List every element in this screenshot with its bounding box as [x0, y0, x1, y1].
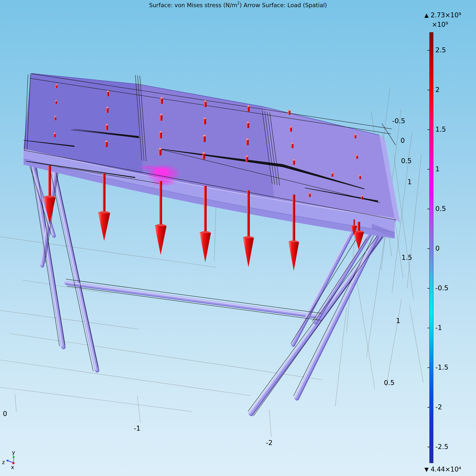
load-arrow-shaft	[293, 195, 295, 244]
axis-tick-label: 0.5	[401, 157, 412, 165]
grid-line	[394, 154, 414, 299]
colorbar-tick-label: -1.5	[435, 363, 448, 371]
x-axis-label: x	[11, 464, 14, 470]
colorbar-tick-label: 0.5	[435, 205, 446, 212]
colorbar-tick-label: 2	[435, 86, 440, 93]
surface-load-marker	[160, 98, 163, 104]
max-marker-icon: ▲	[424, 12, 429, 18]
colorbar-min-readout: ▼ 4.44×10⁴	[424, 466, 461, 473]
axis-tick-label: 1	[396, 317, 400, 325]
surface-load-marker-top	[293, 159, 295, 161]
colorbar-tick-label: -0.5	[435, 284, 448, 292]
surface-load-marker	[246, 156, 248, 162]
colorbar-min-value: 4.44×10⁴	[431, 466, 461, 473]
surface-load-marker-top	[354, 134, 356, 135]
leg-tube-highlight	[296, 214, 386, 397]
surface-load-marker-top	[204, 118, 206, 119]
colorbar-tick	[427, 367, 430, 368]
colorbar-tick	[427, 90, 430, 90]
wireframe-line	[248, 233, 379, 412]
z-axis-arrowhead	[6, 460, 9, 462]
surface-load-marker-top	[106, 124, 108, 125]
wireframe-line	[253, 236, 383, 416]
colorbar-tick	[427, 447, 430, 447]
surface-load-marker-top	[54, 133, 56, 134]
comsol-graphics-canvas[interactable]: Surface: von Mises stress (N/m2) Arrow S…	[0, 0, 476, 476]
load-arrow-cone	[243, 238, 254, 267]
surface-load-marker-top	[359, 175, 361, 176]
colorbar-tick	[427, 209, 430, 209]
axis-tick-label: -2	[266, 439, 273, 446]
axis-tick-label: 1.5	[402, 254, 412, 261]
surface-load-marker-top	[107, 90, 109, 92]
surface-load-marker-top	[159, 131, 162, 133]
surface-load-marker-top	[56, 84, 58, 86]
wireframe-line	[67, 286, 321, 320]
plot-3d-scene[interactable]	[0, 0, 476, 476]
axis-tick-label: 1	[407, 178, 412, 186]
y-axis-arrowhead	[12, 455, 15, 458]
surface-load-marker-top	[160, 97, 163, 99]
leg-tube-highlight	[50, 159, 96, 369]
stress-hotspot-skirt	[150, 178, 177, 186]
axis-tick-label: 0	[400, 137, 405, 144]
colorbar-tick-label: 1.5	[435, 125, 446, 133]
colorbar-max-readout: ▲ 2.73×10⁹	[424, 11, 461, 19]
colorbar-tick-label: -2.5	[435, 443, 448, 450]
colorbar-tick-label: -1	[435, 324, 442, 331]
load-arrow-cone	[98, 213, 110, 241]
surface-load-marker-top	[247, 105, 250, 107]
surface-load-marker-top	[246, 155, 248, 157]
colorbar-tick	[427, 288, 430, 289]
colorbar-tick-label: 2.5	[435, 46, 446, 54]
colorbar	[429, 32, 433, 463]
load-arrow-shaft	[103, 174, 106, 215]
load-arrow-cone	[289, 242, 299, 271]
colorbar-scale-label: ×10⁹	[432, 21, 448, 28]
grid-line	[269, 409, 271, 437]
surface-load-marker	[106, 125, 108, 130]
z-axis-label: z	[2, 459, 5, 465]
load-arrow-shaft	[204, 186, 207, 235]
surface-load-marker	[246, 139, 249, 145]
colorbar-tick	[427, 129, 430, 130]
grid-line	[0, 360, 250, 396]
min-marker-icon: ▼	[424, 466, 429, 473]
axis-tick-label: 0	[3, 410, 7, 417]
plot-title: Surface: von Mises stress (N/m2) Arrow S…	[0, 1, 476, 8]
surface-load-marker	[204, 118, 206, 124]
grid-line	[410, 305, 423, 383]
load-arrow-shaft	[247, 190, 250, 239]
load-arrow-cone	[200, 233, 211, 262]
grid-line	[0, 387, 192, 412]
grid-line	[355, 267, 375, 389]
surface-load-marker	[159, 132, 162, 138]
surface-load-marker-top	[204, 100, 207, 102]
colorbar-tick-label: 0	[435, 244, 440, 252]
wireframe-line	[48, 160, 93, 371]
surface-load-marker	[204, 101, 207, 107]
colorbar-max-value: 2.73×10⁹	[431, 11, 461, 19]
surface-load-marker-top	[356, 154, 358, 156]
z-axis-arrow	[7, 461, 13, 463]
surface-load-marker-top	[159, 148, 162, 149]
load-arrow-shaft	[48, 166, 51, 199]
surface-load-marker-top	[361, 195, 363, 196]
orientation-triad	[0, 446, 35, 476]
axis-tick-label: -1	[134, 424, 141, 432]
grid-line	[0, 310, 139, 329]
surface-load-marker-top	[309, 192, 311, 194]
axis-tick-label: -0.5	[392, 117, 405, 125]
surface-load-marker-top	[331, 172, 333, 174]
colorbar-tick-label: -2	[435, 403, 442, 411]
surface-load-marker	[159, 149, 162, 155]
stress-hotspot-core	[154, 168, 169, 176]
surface-load-marker-top	[106, 107, 109, 108]
colorbar-tick	[427, 50, 430, 51]
leg-tube-highlight	[65, 282, 321, 316]
surface-load-marker-top	[105, 141, 108, 142]
colorbar-tick	[427, 248, 430, 249]
y-axis-label: y	[12, 449, 15, 455]
grid-line	[9, 333, 322, 380]
colorbar-tick-label: 1	[435, 165, 440, 173]
